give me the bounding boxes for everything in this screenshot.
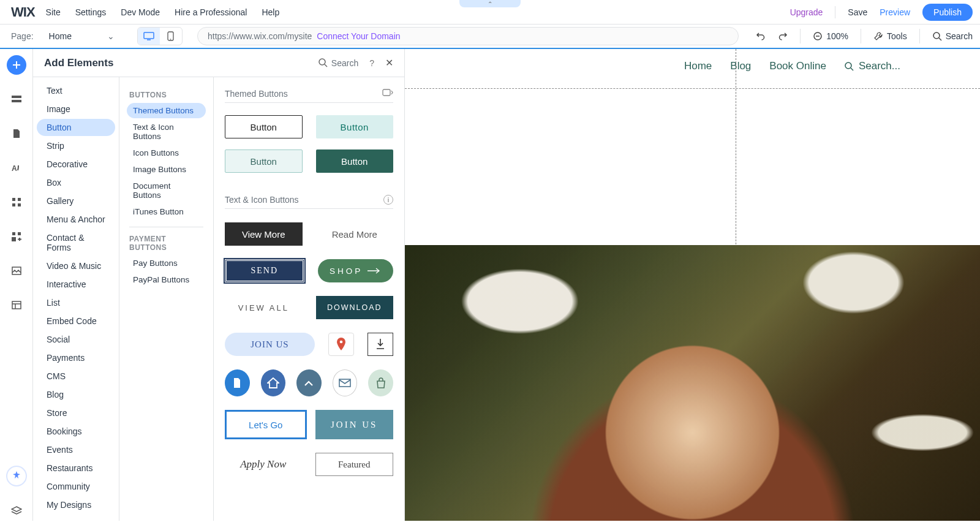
add-elements-rail[interactable] — [7, 55, 26, 75]
themed-button-sample[interactable]: Button — [316, 149, 394, 173]
category-item[interactable]: Text — [37, 82, 115, 99]
undo-button[interactable] — [756, 31, 766, 41]
nav-book-online[interactable]: Book Online — [769, 60, 826, 72]
category-item[interactable]: Social — [37, 331, 115, 348]
category-item[interactable]: Community — [37, 478, 115, 495]
collapse-hint[interactable]: ⌃ — [459, 0, 521, 7]
sample-download-icon[interactable] — [368, 333, 393, 356]
publish-button[interactable]: Publish — [922, 4, 973, 21]
svg-point-16 — [319, 59, 325, 65]
category-item[interactable]: Interactive — [37, 276, 115, 293]
sections-rail[interactable] — [7, 89, 26, 109]
layers-rail[interactable] — [7, 501, 26, 521]
category-item[interactable]: Contact & Forms — [37, 229, 115, 256]
themed-button-sample[interactable]: Button — [225, 115, 303, 138]
design-rail[interactable]: A — [7, 158, 26, 178]
menu-site[interactable]: Site — [46, 7, 61, 17]
ai-rail[interactable] — [6, 466, 27, 486]
category-item[interactable]: Blog — [37, 386, 115, 403]
sample-up-icon[interactable] — [296, 369, 322, 396]
sample-mail-icon[interactable] — [333, 369, 358, 396]
device-toggle — [137, 27, 183, 45]
menu-settings[interactable]: Settings — [75, 7, 107, 17]
chevron-down-icon — [107, 31, 115, 41]
connect-domain-link[interactable]: Connect Your Domain — [317, 31, 400, 41]
nav-home[interactable]: Home — [684, 60, 712, 72]
hero-image[interactable] — [405, 245, 980, 521]
cms-rail[interactable] — [7, 295, 26, 315]
business-rail[interactable] — [7, 227, 26, 246]
site-nav: Home Blog Book Online Search... — [405, 60, 980, 72]
sample-lets-go[interactable]: Let's Go — [225, 410, 307, 439]
mobile-view-button[interactable] — [160, 28, 182, 45]
redo-button[interactable] — [778, 31, 788, 41]
category-item[interactable]: Box — [37, 174, 115, 191]
category-item[interactable]: Menu & Anchor — [37, 211, 115, 228]
category-item[interactable]: Button — [37, 119, 115, 136]
sample-pin-icon[interactable] — [328, 333, 354, 356]
search-button[interactable]: Search — [932, 31, 973, 41]
sample-shop[interactable]: SHOP — [318, 259, 394, 282]
category-item[interactable]: My Designs — [37, 496, 115, 513]
section-settings-icon[interactable] — [382, 88, 393, 99]
save-link[interactable]: Save — [848, 7, 867, 17]
sample-download[interactable]: DOWNLOAD — [316, 296, 394, 319]
category-item[interactable]: Store — [37, 404, 115, 422]
desktop-view-button[interactable] — [138, 28, 160, 45]
sample-apply-now[interactable]: Apply Now — [225, 453, 302, 476]
subcategory-item[interactable]: PayPal Buttons — [127, 272, 206, 287]
category-item[interactable]: Restaurants — [37, 460, 115, 477]
menu-dev-mode[interactable]: Dev Mode — [121, 7, 160, 17]
sample-join-us[interactable]: JOIN US — [225, 333, 315, 356]
sample-join-us-2[interactable]: JOIN US — [315, 410, 394, 439]
category-item[interactable]: Video & Music — [37, 257, 115, 274]
apps-rail[interactable] — [7, 192, 26, 212]
menu-help[interactable]: Help — [262, 7, 279, 17]
site-canvas[interactable]: Home Blog Book Online Search... — [405, 49, 980, 521]
panel-search[interactable]: Search — [318, 58, 358, 68]
tools-button[interactable]: Tools — [873, 31, 907, 41]
nav-search[interactable]: Search... — [845, 60, 900, 72]
url-bar[interactable]: https://www.wix.com/mysite Connect Your … — [197, 27, 739, 45]
pages-rail[interactable] — [7, 124, 26, 143]
category-item[interactable]: Embed Code — [37, 312, 115, 330]
subcategory-item[interactable]: iTunes Button — [127, 204, 206, 219]
category-item[interactable]: Bookings — [37, 423, 115, 440]
help-icon[interactable]: ? — [369, 58, 374, 68]
media-rail[interactable] — [7, 261, 26, 281]
sample-view-more[interactable]: View More — [225, 222, 303, 246]
info-icon[interactable]: i — [383, 195, 393, 205]
sample-read-more[interactable]: Read More — [316, 222, 394, 246]
subcategory-item[interactable]: Themed Buttons — [127, 103, 206, 118]
nav-blog[interactable]: Blog — [730, 60, 751, 72]
subcategory-item[interactable]: Image Buttons — [127, 162, 206, 177]
category-item[interactable]: Decorative — [37, 156, 115, 173]
upgrade-link[interactable]: Upgrade — [790, 7, 823, 17]
page-select[interactable]: Home — [43, 28, 120, 44]
subcategory-item[interactable]: Icon Buttons — [127, 145, 206, 161]
themed-button-sample[interactable]: Button — [225, 149, 303, 173]
menu-hire[interactable]: Hire a Professional — [175, 7, 247, 17]
category-item[interactable]: Strip — [37, 137, 115, 154]
sample-featured[interactable]: Featured — [315, 453, 394, 476]
zoom-control[interactable]: 100% — [813, 31, 848, 41]
sample-send[interactable]: SEND — [225, 259, 304, 282]
category-item[interactable]: Gallery — [37, 192, 115, 210]
subcategory-item[interactable]: Document Buttons — [127, 178, 206, 203]
subcategory-item[interactable]: Text & Icon Buttons — [127, 119, 206, 144]
section-themed-title: Themed Buttons — [225, 89, 288, 99]
subcategory-item[interactable]: Pay Buttons — [127, 255, 206, 271]
category-item[interactable]: Events — [37, 441, 115, 458]
category-item[interactable]: Payments — [37, 349, 115, 366]
themed-button-sample[interactable]: Button — [316, 115, 394, 138]
preview-link[interactable]: Preview — [880, 7, 910, 17]
sample-home-icon[interactable] — [261, 369, 286, 396]
category-item[interactable]: List — [37, 294, 115, 311]
close-icon[interactable]: ✕ — [385, 57, 393, 69]
subcategory-list: BUTTONS Themed ButtonsText & Icon Button… — [119, 77, 214, 521]
category-item[interactable]: CMS — [37, 368, 115, 385]
sample-doc-icon[interactable] — [225, 369, 250, 396]
sample-view-all[interactable]: VIEW ALL — [225, 296, 303, 319]
sample-bag-icon[interactable] — [368, 369, 393, 396]
category-item[interactable]: Image — [37, 100, 115, 118]
